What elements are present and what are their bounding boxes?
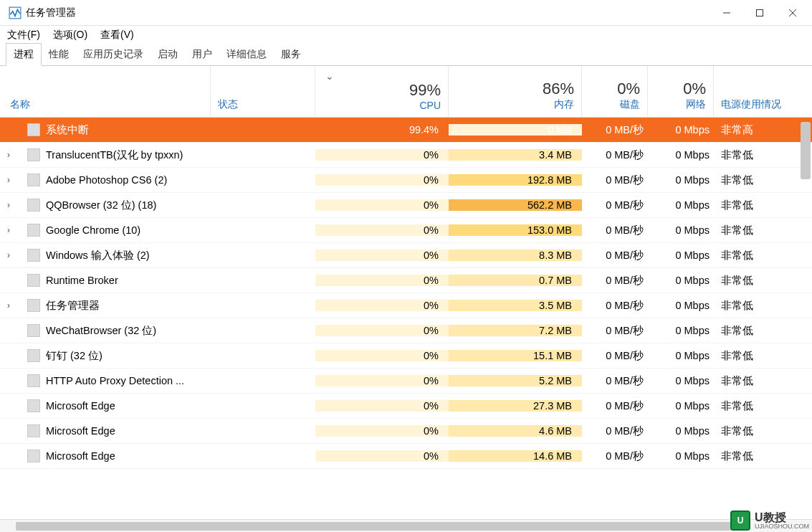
- header-cpu[interactable]: ⌄ 99% CPU: [315, 66, 449, 117]
- close-button[interactable]: [776, 1, 809, 24]
- disk-cell: 0 MB/秒: [582, 424, 648, 438]
- header-disk[interactable]: 0% 磁盘: [582, 66, 648, 117]
- disk-cell: 0 MB/秒: [582, 123, 648, 137]
- process-icon: [27, 249, 40, 262]
- menubar: 文件(F) 选项(O) 查看(V): [0, 26, 812, 44]
- memory-cell: 27.3 MB: [449, 400, 582, 412]
- vertical-scrollbar[interactable]: [801, 122, 811, 179]
- memory-cell: 3.4 MB: [449, 149, 582, 161]
- power-cell: 非常低: [714, 174, 812, 187]
- cpu-cell: 0%: [315, 275, 449, 286]
- cpu-cell: 99.4%: [315, 124, 449, 136]
- maximize-button[interactable]: [743, 1, 776, 24]
- header-memory[interactable]: 86% 内存: [449, 66, 582, 117]
- header-status[interactable]: 状态: [211, 66, 315, 117]
- process-icon: [27, 324, 40, 337]
- menu-view[interactable]: 查看(V): [100, 29, 134, 42]
- memory-cell: 14.6 MB: [449, 450, 582, 462]
- menu-options[interactable]: 选项(O): [53, 29, 87, 42]
- process-icon: [27, 123, 40, 136]
- power-cell: 非常高: [714, 123, 812, 137]
- table-row[interactable]: 系统中断99.4%0 MB0 MB/秒0 Mbps非常高: [0, 118, 812, 143]
- process-name: 任务管理器: [17, 299, 211, 313]
- process-icon: [27, 450, 40, 462]
- memory-cell: 7.2 MB: [449, 325, 582, 336]
- cpu-cell: 0%: [315, 375, 449, 386]
- memory-cell: 192.8 MB: [449, 174, 582, 186]
- network-cell: 0 Mbps: [648, 375, 714, 386]
- network-cell: 0 Mbps: [648, 450, 714, 462]
- tab-services[interactable]: 服务: [274, 44, 308, 65]
- table-row[interactable]: ›Windows 输入体验 (2)0%8.3 MB0 MB/秒0 Mbps非常低: [0, 243, 812, 268]
- power-cell: 非常低: [714, 324, 812, 338]
- memory-cell: 8.3 MB: [449, 250, 582, 261]
- cpu-cell: 0%: [315, 450, 449, 462]
- table-row[interactable]: ›Adobe Photoshop CS6 (2)0%192.8 MB0 MB/秒…: [0, 168, 812, 193]
- header-name[interactable]: 名称: [0, 66, 211, 117]
- network-cell: 0 Mbps: [648, 124, 714, 136]
- tab-processes[interactable]: 进程: [6, 43, 42, 66]
- app-icon: [9, 6, 22, 19]
- horizontal-scrollbar[interactable]: [0, 519, 812, 532]
- disk-cell: 0 MB/秒: [582, 374, 648, 388]
- table-row[interactable]: ›Google Chrome (10)0%153.0 MB0 MB/秒0 Mbp…: [0, 218, 812, 243]
- process-name: HTTP Auto Proxy Detection ...: [17, 374, 211, 387]
- header-network[interactable]: 0% 网络: [648, 66, 714, 117]
- power-cell: 非常低: [714, 199, 812, 212]
- table-row[interactable]: ›任务管理器0%3.5 MB0 MB/秒0 Mbps非常低: [0, 293, 812, 318]
- tab-details[interactable]: 详细信息: [219, 44, 274, 65]
- expand-chevron-icon[interactable]: ›: [0, 200, 17, 210]
- header-cpu-pct: 99%: [315, 81, 441, 100]
- memory-cell: 562.2 MB: [449, 199, 582, 211]
- process-name: Google Chrome (10): [17, 224, 211, 237]
- table-row[interactable]: Microsoft Edge0%14.6 MB0 MB/秒0 Mbps非常低: [0, 444, 812, 469]
- expand-chevron-icon[interactable]: ›: [0, 225, 17, 235]
- table-row[interactable]: HTTP Auto Proxy Detection ...0%5.2 MB0 M…: [0, 369, 812, 394]
- process-icon: [27, 374, 40, 387]
- network-cell: 0 Mbps: [648, 300, 714, 311]
- tab-users[interactable]: 用户: [185, 44, 219, 65]
- process-icon: [27, 349, 40, 362]
- table-row[interactable]: 钉钉 (32 位)0%15.1 MB0 MB/秒0 Mbps非常低: [0, 343, 812, 369]
- table-row[interactable]: ›QQBrowser (32 位) (18)0%562.2 MB0 MB/秒0 …: [0, 193, 812, 218]
- process-name: Microsoft Edge: [17, 450, 211, 462]
- process-list[interactable]: 系统中断99.4%0 MB0 MB/秒0 Mbps非常高›Translucent…: [0, 118, 812, 519]
- network-cell: 0 Mbps: [648, 174, 714, 186]
- power-cell: 非常低: [714, 148, 812, 162]
- table-row[interactable]: WeChatBrowser (32 位)0%7.2 MB0 MB/秒0 Mbps…: [0, 318, 812, 343]
- expand-chevron-icon[interactable]: ›: [0, 175, 17, 185]
- table-row[interactable]: Microsoft Edge0%27.3 MB0 MB/秒0 Mbps非常低: [0, 394, 812, 419]
- memory-cell: 0.7 MB: [449, 275, 582, 286]
- process-name: QQBrowser (32 位) (18): [17, 199, 211, 212]
- watermark-badge-icon: U: [730, 510, 750, 531]
- disk-cell: 0 MB/秒: [582, 450, 648, 463]
- power-cell: 非常低: [714, 450, 812, 463]
- disk-cell: 0 MB/秒: [582, 249, 648, 262]
- network-cell: 0 Mbps: [648, 275, 714, 286]
- process-name: Microsoft Edge: [17, 424, 211, 437]
- cpu-cell: 0%: [315, 149, 449, 161]
- menu-file[interactable]: 文件(F): [7, 29, 40, 42]
- expand-chevron-icon[interactable]: ›: [0, 300, 17, 310]
- header-net-pct: 0%: [648, 80, 706, 98]
- network-cell: 0 Mbps: [648, 224, 714, 236]
- table-row[interactable]: Runtime Broker0%0.7 MB0 MB/秒0 Mbps非常低: [0, 268, 812, 293]
- cpu-cell: 0%: [315, 224, 449, 236]
- minimize-button[interactable]: [710, 1, 743, 24]
- column-headers: 名称 状态 ⌄ 99% CPU 86% 内存 0% 磁盘 0% 网络 电源使用情…: [0, 66, 812, 118]
- process-name: Microsoft Edge: [17, 399, 211, 412]
- header-power[interactable]: 电源使用情况: [714, 66, 812, 117]
- expand-chevron-icon[interactable]: ›: [0, 250, 17, 260]
- tab-app-history[interactable]: 应用历史记录: [76, 44, 151, 65]
- expand-chevron-icon[interactable]: ›: [0, 150, 17, 160]
- memory-cell: 153.0 MB: [449, 224, 582, 236]
- scrollbar-thumb[interactable]: [16, 522, 732, 531]
- tab-startup[interactable]: 启动: [151, 44, 185, 65]
- process-icon: [27, 424, 40, 437]
- table-row[interactable]: ›TranslucentTB(汉化 by tpxxn)0%3.4 MB0 MB/…: [0, 143, 812, 168]
- process-icon: [27, 199, 40, 212]
- tab-performance[interactable]: 性能: [42, 44, 76, 65]
- table-row[interactable]: Microsoft Edge0%4.6 MB0 MB/秒0 Mbps非常低: [0, 419, 812, 444]
- network-cell: 0 Mbps: [648, 325, 714, 336]
- window-title: 任务管理器: [26, 6, 710, 19]
